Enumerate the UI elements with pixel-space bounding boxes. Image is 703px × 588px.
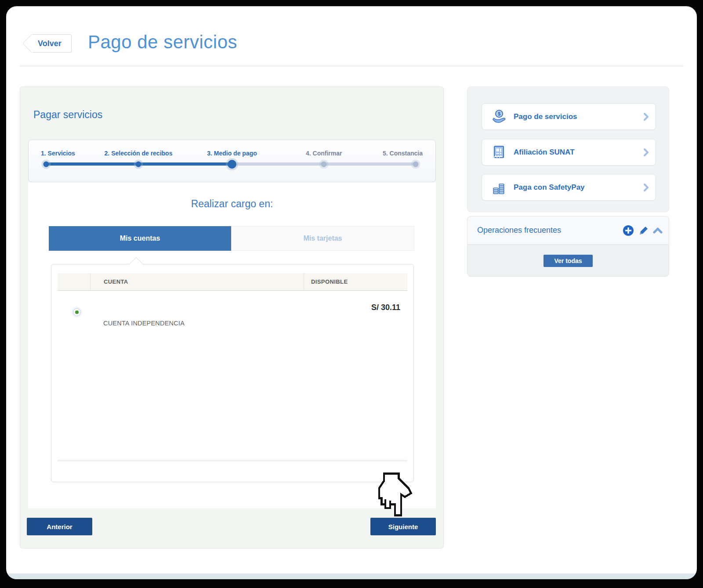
active-tab-caret — [129, 257, 143, 271]
footer-strip — [6, 574, 697, 579]
account-available-amount: S/ 30.11 — [371, 303, 400, 312]
tab-mis-tarjetas[interactable]: Mis tarjetas — [231, 226, 414, 251]
step-1-label: 1. Servicios — [41, 150, 75, 157]
link-pago-de-servicios[interactable]: $ Pago de servicios — [482, 103, 656, 130]
link-label: Pago de servicios — [514, 112, 577, 121]
header-divider — [20, 66, 683, 66]
tab-mis-tarjetas-label: Mis tarjetas — [303, 234, 342, 242]
medio-de-pago-content: Realizar cargo en: Mis cuentas Mis tarje… — [28, 182, 436, 508]
step-2-label: 2. Selección de recibos — [105, 150, 173, 157]
add-circle-icon[interactable] — [622, 224, 634, 237]
cuenta-column-header: CUENTA — [90, 273, 304, 290]
back-button[interactable]: Volver — [32, 34, 72, 53]
back-button-label: Volver — [38, 39, 62, 48]
accounts-table: CUENTA DISPONIBLE CUENTA INDEPENDENCIA S… — [51, 264, 414, 482]
page-header: Volver Pago de servicios — [6, 7, 697, 60]
ver-todas-button[interactable]: Ver todas — [544, 255, 593, 267]
step-3-dot-current — [228, 160, 236, 169]
siguiente-button[interactable]: Siguiente — [370, 518, 436, 535]
chevron-right-icon — [644, 113, 649, 121]
tab-mis-cuentas[interactable]: Mis cuentas — [49, 226, 231, 251]
frequent-operations-panel: Operaciones frecuentes — [467, 216, 669, 277]
page-title: Pago de servicios — [88, 32, 237, 53]
tab-mis-cuentas-label: Mis cuentas — [120, 234, 160, 242]
frequent-operations-title: Operaciones frecuentes — [477, 226, 561, 235]
anterior-button[interactable]: Anterior — [27, 518, 92, 535]
source-tabbar: Mis cuentas Mis tarjetas — [49, 226, 414, 251]
pay-services-panel: Pagar servicios 1. Servicios 2. Selecció… — [20, 87, 444, 548]
collapse-chevron-icon[interactable] — [653, 227, 663, 234]
step-4-label: 4. Confirmar — [306, 150, 342, 157]
step-5-dot — [413, 161, 418, 167]
link-paga-con-safetypay[interactable]: Paga con SafetyPay — [482, 174, 656, 201]
browser-page: Volver Pago de servicios Pagar servicios… — [6, 6, 697, 579]
quick-links-panel: $ Pago de servicios Afiliación SUNAT — [467, 87, 669, 212]
row-separator — [58, 460, 407, 462]
step-1-dot — [43, 161, 49, 167]
link-afiliacion-sunat[interactable]: Afiliación SUNAT — [482, 139, 656, 166]
link-label: Afiliación SUNAT — [514, 148, 575, 157]
panel-heading: Pagar servicios — [33, 109, 102, 121]
step-wizard: 1. Servicios 2. Selección de recibos 3. … — [28, 140, 436, 182]
radio-column-header — [58, 273, 90, 290]
coin-hand-icon: $ — [491, 109, 507, 125]
step-2-dot — [136, 161, 141, 167]
svg-text:$: $ — [498, 111, 500, 116]
charge-prompt: Realizar cargo en: — [28, 182, 436, 210]
step-4-dot — [321, 161, 327, 167]
chevron-right-icon — [644, 184, 649, 191]
disponible-column-header: DISPONIBLE — [304, 273, 407, 290]
receipt-icon — [491, 144, 507, 160]
link-label: Paga con SafetyPay — [514, 183, 585, 192]
edit-pencil-icon[interactable] — [638, 225, 649, 236]
accounts-table-header: CUENTA DISPONIBLE — [58, 273, 407, 291]
frequent-operations-body: Ver todas — [467, 245, 669, 277]
account-name: CUENTA INDEPENDENCIA — [103, 320, 185, 327]
frequent-operations-header: Operaciones frecuentes — [467, 216, 669, 245]
step-5-label: 5. Constancia — [383, 150, 423, 157]
step-3-label: 3. Medio de pago — [207, 150, 257, 157]
account-radio-selected[interactable] — [73, 308, 81, 316]
coin-stacks-icon — [491, 180, 507, 195]
screenshot-frame: Volver Pago de servicios Pagar servicios… — [0, 0, 703, 588]
chevron-right-icon — [644, 148, 649, 156]
